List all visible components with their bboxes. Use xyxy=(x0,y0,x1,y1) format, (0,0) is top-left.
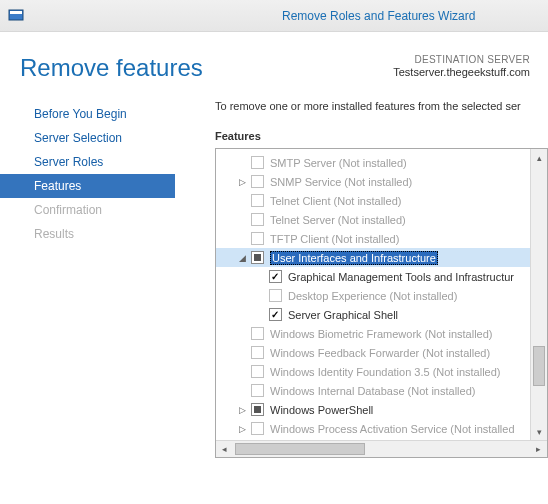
features-heading: Features xyxy=(215,130,548,142)
tree-row[interactable]: ▷Windows PowerShell xyxy=(216,400,530,419)
vscroll-thumb[interactable] xyxy=(533,346,545,386)
tree-item-label: Server Graphical Shell xyxy=(288,309,398,321)
tree-row[interactable]: ▷Windows Identity Foundation 3.5 (Not in… xyxy=(216,362,530,381)
expand-icon[interactable]: ▷ xyxy=(236,175,249,188)
tree-row[interactable]: ▷Windows Internal Database (Not installe… xyxy=(216,381,530,400)
tree-item-label: Desktop Experience (Not installed) xyxy=(288,290,457,302)
nav-item-results: Results xyxy=(0,222,175,246)
title-bar: Remove Roles and Features Wizard xyxy=(0,0,548,32)
checkbox xyxy=(251,365,264,378)
destination-block: DESTINATION SERVER Testserver.thegeekstu… xyxy=(393,54,530,78)
scroll-up-button[interactable]: ▴ xyxy=(531,149,547,166)
checkbox[interactable] xyxy=(269,270,282,283)
tree-row[interactable]: ▷Telnet Client (Not installed) xyxy=(216,191,530,210)
tree-item-label: User Interfaces and Infrastructure xyxy=(270,251,438,265)
destination-name: Testserver.thegeekstuff.com xyxy=(393,66,530,78)
tree-row[interactable]: ▷Graphical Management Tools and Infrastr… xyxy=(216,267,530,286)
wizard-icon xyxy=(8,8,24,24)
tree-viewport[interactable]: ▷SMTP Server (Not installed)▷SNMP Servic… xyxy=(216,149,530,440)
window-title: Remove Roles and Features Wizard xyxy=(282,9,475,23)
checkbox[interactable] xyxy=(251,403,264,416)
scroll-right-button[interactable]: ▸ xyxy=(530,441,547,457)
checkbox[interactable] xyxy=(251,251,264,264)
checkbox xyxy=(251,346,264,359)
tree-row[interactable]: ▷Telnet Server (Not installed) xyxy=(216,210,530,229)
hscroll-thumb[interactable] xyxy=(235,443,365,455)
nav-item-features[interactable]: Features xyxy=(0,174,175,198)
tree-item-label: SNMP Service (Not installed) xyxy=(270,176,412,188)
features-tree: ▷SMTP Server (Not installed)▷SNMP Servic… xyxy=(215,148,548,458)
tree-item-label: Windows PowerShell xyxy=(270,404,373,416)
collapse-icon[interactable]: ◢ xyxy=(236,251,249,264)
tree-item-label: Windows Feedback Forwarder (Not installe… xyxy=(270,347,490,359)
tree-item-label: TFTP Client (Not installed) xyxy=(270,233,399,245)
tree-item-label: Graphical Management Tools and Infrastru… xyxy=(288,271,514,283)
tree-item-label: Windows Process Activation Service (Not … xyxy=(270,423,515,435)
tree-row[interactable]: ▷Desktop Experience (Not installed) xyxy=(216,286,530,305)
scroll-left-button[interactable]: ◂ xyxy=(216,441,233,457)
tree-row[interactable]: ▷SMTP Server (Not installed) xyxy=(216,153,530,172)
tree-item-label: SMTP Server (Not installed) xyxy=(270,157,407,169)
nav-item-server-roles[interactable]: Server Roles xyxy=(0,150,175,174)
horizontal-scrollbar[interactable]: ◂ ▸ xyxy=(216,440,547,457)
checkbox xyxy=(251,213,264,226)
tree-row[interactable]: ▷Windows Feedback Forwarder (Not install… xyxy=(216,343,530,362)
tree-row[interactable]: ▷SNMP Service (Not installed) xyxy=(216,172,530,191)
destination-label: DESTINATION SERVER xyxy=(393,54,530,65)
checkbox[interactable] xyxy=(269,308,282,321)
tree-row[interactable]: ◢User Interfaces and Infrastructure xyxy=(216,248,530,267)
page-header: Remove features DESTINATION SERVER Tests… xyxy=(0,32,548,100)
svg-rect-1 xyxy=(10,11,22,14)
checkbox xyxy=(251,422,264,435)
checkbox xyxy=(251,156,264,169)
checkbox xyxy=(251,327,264,340)
scroll-down-button[interactable]: ▾ xyxy=(531,423,547,440)
tree-item-label: Telnet Client (Not installed) xyxy=(270,195,401,207)
tree-row[interactable]: ▷Windows Process Activation Service (Not… xyxy=(216,419,530,438)
checkbox xyxy=(251,384,264,397)
hscroll-track[interactable] xyxy=(233,441,530,457)
checkbox xyxy=(251,232,264,245)
tree-row[interactable]: ▷Windows Biometric Framework (Not instal… xyxy=(216,324,530,343)
tree-item-label: Windows Identity Foundation 3.5 (Not ins… xyxy=(270,366,501,378)
nav-item-server-selection[interactable]: Server Selection xyxy=(0,126,175,150)
tree-item-label: Windows Biometric Framework (Not install… xyxy=(270,328,493,340)
instruction-text: To remove one or more installed features… xyxy=(215,100,548,112)
vscroll-track[interactable] xyxy=(531,166,547,423)
tree-row[interactable]: ▷Server Graphical Shell xyxy=(216,305,530,324)
expand-icon[interactable]: ▷ xyxy=(236,422,249,435)
main-panel: To remove one or more installed features… xyxy=(175,100,548,458)
nav-item-before-you-begin[interactable]: Before You Begin xyxy=(0,102,175,126)
tree-item-label: Windows Internal Database (Not installed… xyxy=(270,385,475,397)
tree-row[interactable]: ▷TFTP Client (Not installed) xyxy=(216,229,530,248)
checkbox xyxy=(251,194,264,207)
tree-item-label: Telnet Server (Not installed) xyxy=(270,214,406,226)
expand-icon[interactable]: ▷ xyxy=(236,403,249,416)
nav-item-confirmation: Confirmation xyxy=(0,198,175,222)
page-title: Remove features xyxy=(20,54,393,82)
wizard-nav: Before You BeginServer SelectionServer R… xyxy=(0,100,175,458)
vertical-scrollbar[interactable]: ▴ ▾ xyxy=(530,149,547,440)
checkbox xyxy=(251,175,264,188)
checkbox xyxy=(269,289,282,302)
